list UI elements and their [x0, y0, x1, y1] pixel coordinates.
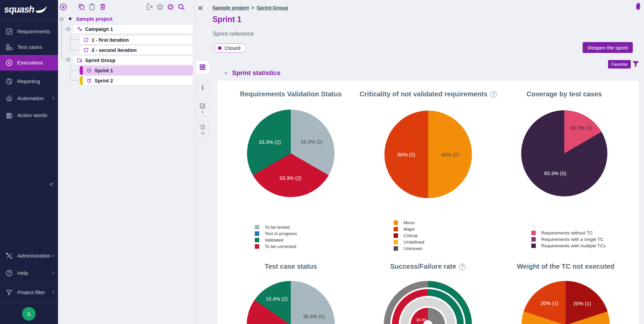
tab-list[interactable]: 13 [195, 121, 210, 137]
sidebar-item-label: Action words [17, 112, 48, 118]
reopen-sprint-button[interactable]: Reopen the sprint [583, 42, 633, 53]
tree-item-campaign[interactable]: Campaign 1 [73, 24, 193, 34]
breadcrumb-separator: > [251, 5, 254, 11]
sidebar-item-label: Automation [17, 95, 44, 101]
iteration-icon [83, 37, 89, 43]
add-icon[interactable] [59, 3, 67, 11]
requirements-icon [5, 28, 13, 35]
tree-item-iteration-1[interactable]: 1 - first iteration [79, 35, 193, 44]
sprint-icon [86, 68, 92, 73]
sidebar-item-action-words[interactable]: Action words [0, 108, 58, 123]
sidebar-item-label: Test cases [17, 44, 42, 50]
tree-guide [70, 34, 71, 50]
copy-icon[interactable] [78, 3, 86, 11]
filter-icon [5, 289, 13, 296]
breadcrumb-project-link[interactable]: Sample project [212, 5, 249, 11]
search-icon[interactable] [177, 3, 185, 11]
page-subtitle: Sprint reference [213, 31, 254, 37]
chevron-right-icon [51, 96, 56, 101]
tree-guide [70, 64, 71, 80]
tab-information[interactable]: i [195, 81, 210, 94]
project-star-icon: ★ [68, 16, 72, 22]
administration-icon [5, 252, 13, 260]
svg-text:?: ? [8, 271, 10, 275]
export-icon[interactable] [146, 3, 154, 11]
sprint-group-folder-icon [77, 57, 82, 63]
status-badge: Closed [214, 43, 246, 53]
breadcrumb: Sample project > Sprint Group [212, 5, 288, 11]
help-icon: ? [5, 269, 13, 277]
tree-item-label: Sprint 2 [95, 78, 113, 83]
tree-guide [70, 70, 79, 71]
divider [0, 20, 58, 20]
tree-item-sprint-1[interactable]: Sprint 1 [79, 66, 193, 75]
user-avatar[interactable]: S [22, 307, 36, 321]
paste-icon[interactable] [88, 3, 96, 11]
favorite-button[interactable]: Favorite [608, 60, 631, 69]
tree-guide [61, 28, 66, 29]
collapse-toggle[interactable]: − [66, 57, 71, 62]
sidebar-item-automation[interactable]: Automation [0, 91, 58, 106]
tree-guide [61, 21, 62, 59]
star-icon[interactable] [156, 3, 164, 11]
executions-icon [5, 59, 13, 66]
section-sprint-statistics[interactable]: Sprint statistics [223, 69, 281, 77]
sidebar-item-requirements[interactable]: Requirements [0, 24, 58, 39]
collapse-panel-icon[interactable]: « [198, 3, 203, 13]
chevron-down-icon [223, 71, 228, 76]
sidebar-item-executions[interactable]: Executions [0, 55, 58, 71]
divider [7, 72, 51, 72]
chevron-right-icon [51, 271, 56, 275]
collapse-toggle[interactable]: − [59, 17, 64, 21]
reporting-icon [5, 78, 13, 85]
campaign-icon [77, 26, 82, 32]
sidebar-item-test-cases[interactable]: Test cases [0, 39, 58, 55]
dashboard-filter-icon[interactable] [631, 60, 640, 68]
status-label: Closed [225, 45, 241, 51]
tab-dashboard[interactable] [195, 60, 210, 74]
tree-item-sprint-2[interactable]: Sprint 2 [79, 76, 193, 85]
chevron-right-icon [51, 290, 56, 295]
tree-item-iteration-2[interactable]: 2 - second iteration [79, 45, 193, 55]
tab-badge: 6 [201, 110, 205, 114]
tree-guide [70, 50, 79, 50]
tree-project-label[interactable]: Sample project [76, 16, 113, 22]
sidebar-item-label: Administration [17, 253, 51, 259]
delete-icon[interactable] [99, 3, 107, 11]
tree-guide [61, 59, 66, 60]
action-words-icon [5, 112, 13, 119]
logo-swoosh-icon [35, 3, 48, 16]
sidebar-collapse-icon[interactable]: < [50, 180, 54, 188]
attachment-paperclip-icon[interactable] [633, 2, 643, 12]
sidebar-item-label: Help [17, 270, 28, 276]
sidebar-item-help[interactable]: ? Help [0, 265, 58, 281]
tab-badge: 13 [200, 131, 206, 135]
sidebar-item-administration[interactable]: Administration [0, 248, 58, 264]
section-title: Sprint statistics [232, 69, 281, 77]
statistics-card [217, 80, 640, 324]
tab-test-plan[interactable]: 6 [195, 100, 210, 116]
tree-panel: − ★ Sample project − Campaign 1 1 - firs… [58, 0, 195, 324]
tree-item-sprint-group[interactable]: Sprint Group [73, 56, 193, 65]
sidebar-item-reporting[interactable]: Reporting [0, 74, 58, 89]
breadcrumb-parent-link[interactable]: Sprint Group [257, 5, 288, 11]
sidebar: squash Requirements Test cases Execution… [0, 0, 58, 324]
automation-icon [5, 95, 13, 102]
dashboard-grid-icon [199, 64, 206, 71]
sidebar-item-label: Requirements [17, 28, 50, 35]
sidebar-item-project-filter[interactable]: Project filter [0, 285, 58, 300]
tree-item-label: Sprint Group [85, 58, 115, 63]
logo-text: squash [4, 4, 34, 15]
sprint-color-bar [80, 76, 83, 85]
tree-guide [70, 39, 79, 40]
divider [0, 283, 58, 283]
test-cases-icon [5, 43, 13, 51]
status-dot-icon [218, 46, 222, 50]
page-title: Sprint 1 [212, 15, 242, 24]
gear-icon[interactable] [167, 3, 174, 11]
divider [0, 303, 58, 303]
squash-logo[interactable]: squash [4, 3, 48, 16]
tree-item-label: 2 - second iteration [92, 47, 137, 53]
collapse-toggle[interactable]: − [66, 27, 71, 31]
sprint-color-bar [80, 66, 83, 75]
